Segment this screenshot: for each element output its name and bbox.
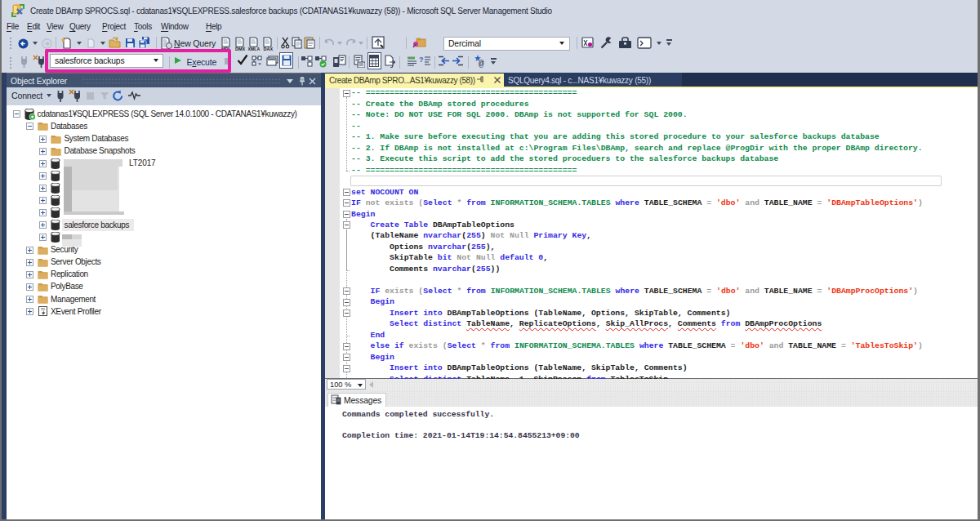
- svg-text:XMLA: XMLA: [248, 47, 261, 51]
- svg-text:DMX: DMX: [235, 47, 246, 51]
- svg-text:@: @: [479, 59, 484, 68]
- svg-text:?: ?: [419, 56, 424, 64]
- svg-text:DAX: DAX: [264, 47, 274, 51]
